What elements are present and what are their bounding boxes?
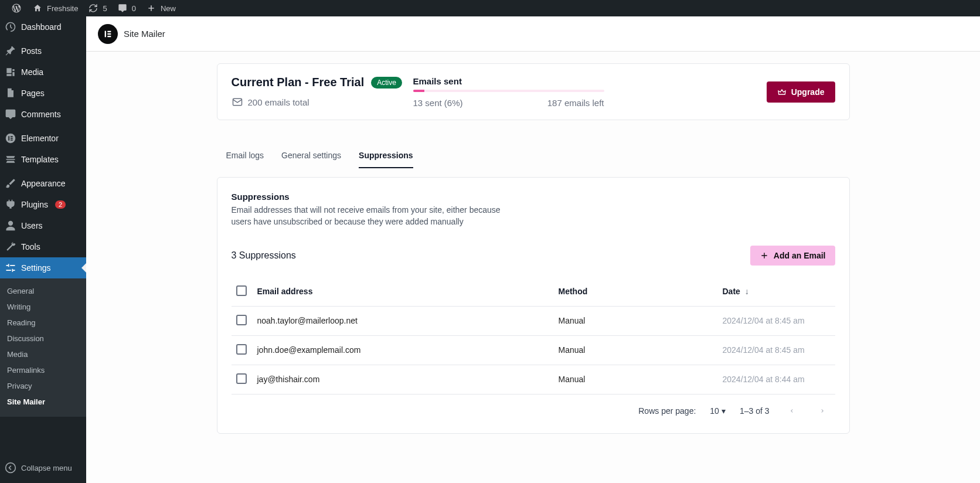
admin-sidebar: Dashboard Posts Media Pages Comments Ele… (0, 16, 86, 483)
plus-icon (145, 2, 157, 14)
submenu-item-site-mailer[interactable]: Site Mailer (0, 394, 86, 410)
arrow-down-icon: ↓ (745, 287, 749, 296)
templates-icon (5, 154, 16, 165)
sidebar-item-appearance[interactable]: Appearance (0, 173, 86, 194)
cell-email: jay@thishair.com (253, 365, 554, 394)
collapse-icon (5, 462, 16, 474)
add-email-label: Add an Email (774, 251, 826, 260)
plus-icon (760, 251, 769, 260)
sidebar-item-label: Media (21, 67, 43, 77)
table-row: john.doe@examplemail.com Manual 2024/12/… (232, 335, 835, 365)
sidebar-item-label: Elementor (21, 134, 59, 143)
row-checkbox[interactable] (236, 373, 247, 384)
svg-rect-6 (105, 30, 106, 37)
submenu-item-reading[interactable]: Reading (0, 315, 86, 331)
plug-icon (5, 199, 16, 210)
tabs: Email logs General settings Suppressions (217, 144, 850, 169)
pagination-range: 1–3 of 3 (740, 406, 770, 416)
rows-per-page-select[interactable]: 10 ▾ (710, 406, 726, 416)
sidebar-item-label: Appearance (21, 179, 66, 188)
new-content-link[interactable]: New (141, 0, 181, 16)
wp-logo[interactable] (6, 0, 27, 16)
cell-email: noah.taylor@mailerloop.net (253, 306, 554, 335)
sidebar-item-comments[interactable]: Comments (0, 104, 86, 125)
dashboard-icon (5, 21, 16, 33)
comment-icon (117, 2, 128, 14)
column-header-email[interactable]: Email address (253, 277, 554, 307)
refresh-icon (87, 2, 99, 14)
sidebar-item-users[interactable]: Users (0, 215, 86, 236)
sidebar-item-label: Users (21, 221, 43, 230)
settings-submenu: General Writing Reading Discussion Media… (0, 278, 86, 417)
sidebar-item-elementor[interactable]: Elementor (0, 128, 86, 149)
sidebar-item-label: Plugins (21, 200, 48, 209)
cell-date: 2024/12/04 at 8:44 am (718, 365, 835, 394)
home-icon (32, 2, 43, 14)
sidebar-item-plugins[interactable]: Plugins 2 (0, 194, 86, 215)
row-checkbox[interactable] (236, 344, 247, 355)
suppressions-table: Email address Method Date ↓ (232, 277, 835, 394)
emails-sent-label: 13 sent (6%) (413, 98, 463, 108)
table-row: noah.taylor@mailerloop.net Manual 2024/1… (232, 306, 835, 335)
status-badge: Active (371, 77, 402, 89)
submenu-item-media[interactable]: Media (0, 346, 86, 362)
upgrade-label: Upgrade (791, 87, 825, 97)
svg-rect-4 (11, 140, 13, 141)
usage-progress-bar (413, 90, 604, 92)
sidebar-item-label: Tools (21, 242, 40, 251)
page-header: Site Mailer (86, 16, 980, 52)
comments-link[interactable]: 0 (112, 0, 141, 16)
pin-icon (5, 45, 16, 57)
sidebar-item-tools[interactable]: Tools (0, 236, 86, 257)
submenu-item-writing[interactable]: Writing (0, 299, 86, 315)
submenu-item-privacy[interactable]: Privacy (0, 378, 86, 394)
suppressions-panel: Suppressions Email addresses that will n… (217, 177, 850, 434)
sidebar-item-templates[interactable]: Templates (0, 149, 86, 170)
tab-general-settings[interactable]: General settings (281, 144, 341, 168)
submenu-item-permalinks[interactable]: Permalinks (0, 362, 86, 378)
site-name-label: Freshsite (47, 4, 78, 13)
collapse-menu-button[interactable]: Collapse menu (0, 457, 86, 478)
submenu-item-discussion[interactable]: Discussion (0, 331, 86, 346)
pagination: Rows per page: 10 ▾ 1–3 of 3 (232, 394, 835, 419)
sidebar-item-media[interactable]: Media (0, 62, 86, 83)
sidebar-item-label: Templates (21, 155, 59, 164)
add-email-button[interactable]: Add an Email (750, 246, 835, 266)
site-name-link[interactable]: Freshsite (27, 0, 83, 16)
sidebar-item-label: Posts (21, 46, 42, 56)
sidebar-item-label: Comments (21, 110, 61, 119)
suppressions-count: 3 Suppressions (232, 250, 296, 261)
emails-left-label: 187 emails left (547, 98, 604, 108)
comment-icon (5, 108, 16, 120)
sidebar-item-settings[interactable]: Settings (0, 257, 86, 278)
column-header-date[interactable]: Date ↓ (718, 277, 835, 307)
plan-title: Current Plan - Free Trial (232, 76, 365, 89)
plugins-badge: 2 (55, 200, 66, 209)
svg-rect-7 (107, 30, 111, 32)
select-all-checkbox[interactable] (236, 285, 247, 296)
submenu-item-general[interactable]: General (0, 283, 86, 299)
panel-title: Suppressions (232, 192, 835, 202)
emails-total-label: 200 emails total (248, 97, 309, 107)
sidebar-item-label: Dashboard (21, 22, 62, 32)
next-page-button[interactable] (814, 403, 831, 419)
updates-link[interactable]: 5 (83, 0, 111, 16)
row-checkbox[interactable] (236, 315, 247, 325)
page-title: Site Mailer (124, 29, 165, 39)
crown-icon (777, 87, 787, 97)
user-icon (5, 220, 16, 232)
emails-sent-heading: Emails sent (413, 76, 767, 86)
table-row: jay@thishair.com Manual 2024/12/04 at 8:… (232, 365, 835, 394)
updates-count: 5 (103, 4, 107, 13)
sidebar-item-pages[interactable]: Pages (0, 83, 86, 104)
tab-email-logs[interactable]: Email logs (226, 144, 264, 168)
sidebar-item-posts[interactable]: Posts (0, 40, 86, 62)
svg-rect-2 (11, 136, 13, 137)
sidebar-item-dashboard[interactable]: Dashboard (0, 16, 86, 38)
cell-date: 2024/12/04 at 8:45 am (718, 335, 835, 365)
sidebar-item-label: Pages (21, 89, 45, 98)
column-header-method[interactable]: Method (554, 277, 718, 307)
upgrade-button[interactable]: Upgrade (767, 81, 835, 103)
prev-page-button[interactable] (784, 403, 800, 419)
tab-suppressions[interactable]: Suppressions (359, 144, 413, 168)
